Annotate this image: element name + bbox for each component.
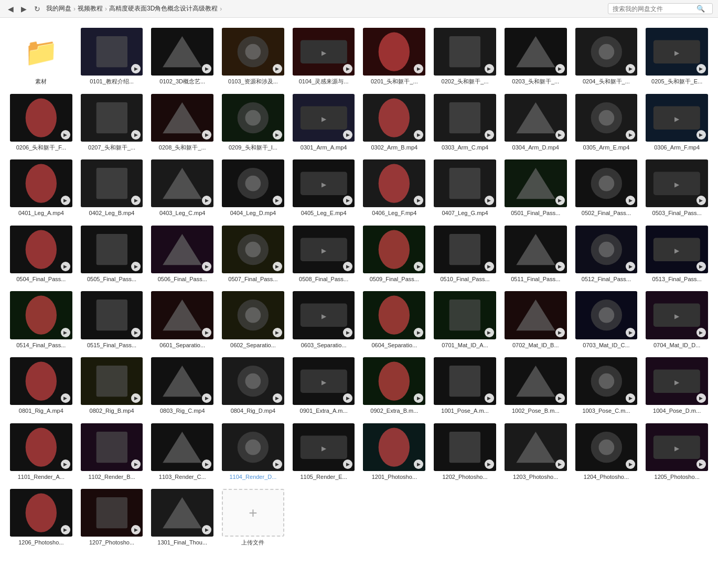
file-item-f0208[interactable]: ▶ 0208_头和躯干_... [149, 92, 216, 154]
play-button[interactable]: ▶ [555, 328, 565, 337]
file-item-f0512[interactable]: ▶ 0512_Final_Pass... [573, 223, 640, 285]
file-item-f1003[interactable]: ▶ 1003_Pose_C.m... [573, 355, 640, 417]
file-item-f0406[interactable]: ▶ 0406_Leg_F.mp4 [361, 157, 427, 219]
file-item-f0407[interactable]: ▶ 0407_Leg_G.mp4 [432, 157, 498, 219]
play-button[interactable]: ▶ [696, 130, 706, 140]
play-button[interactable]: ▶ [273, 64, 282, 73]
file-item-f0202[interactable]: ▶ 0202_头和躯干_... [432, 26, 498, 88]
file-item-f0506[interactable]: ▶ 0506_Final_Pass... [149, 223, 216, 285]
nav-refresh-button[interactable]: ↻ [31, 4, 43, 14]
play-button[interactable]: ▶ [485, 328, 494, 337]
file-item-f0404[interactable]: ▶ 0404_Leg_D.mp4 [220, 157, 286, 219]
file-item-f0514[interactable]: ▶ 0514_Final_Pass... [8, 289, 74, 351]
play-button[interactable]: ▶ [414, 459, 423, 469]
file-item-f0603[interactable]: ▶ ▶ 0603_Separatio... [291, 289, 357, 351]
file-item-f0203[interactable]: ▶ 0203_头和躯干_... [502, 26, 569, 88]
file-item-f1103[interactable]: ▶ 1103_Render_C... [149, 421, 216, 483]
play-button[interactable]: ▶ [61, 459, 70, 469]
play-button[interactable]: ▶ [414, 130, 423, 140]
file-item-f0601[interactable]: ▶ 0601_Separatio... [149, 289, 216, 351]
file-item-f0301[interactable]: ▶ ▶ 0301_Arm_A.mp4 [291, 92, 357, 154]
play-button[interactable]: ▶ [61, 262, 70, 271]
file-item-f0405[interactable]: ▶ ▶ 0405_Leg_E.mp4 [291, 157, 357, 219]
file-item-f1104[interactable]: ▶ 1104_Render_D... [220, 421, 286, 483]
play-button[interactable]: ▶ [202, 130, 211, 140]
play-button[interactable]: ▶ [555, 459, 565, 469]
play-button[interactable]: ▶ [555, 393, 565, 403]
play-button[interactable]: ▶ [273, 328, 282, 337]
file-item-f1301[interactable]: ▶ 1301_Final_Thou... [149, 487, 216, 549]
file-item-f0802[interactable]: ▶ 0802_Rig_B.mp4 [79, 355, 145, 417]
play-button[interactable]: ▶ [696, 459, 706, 469]
file-item-f0801[interactable]: ▶ 0801_Rig_A.mp4 [8, 355, 74, 417]
file-item-f1002[interactable]: ▶ 1002_Pose_B.m... [502, 355, 569, 417]
file-item-f0304[interactable]: ▶ 0304_Arm_D.mp4 [502, 92, 569, 154]
play-button[interactable]: ▶ [202, 328, 211, 337]
play-button[interactable]: ▶ [485, 262, 494, 271]
file-item-f0701[interactable]: ▶ 0701_Mat_ID_A... [432, 289, 498, 351]
file-item-f0507[interactable]: ▶ 0507_Final_Pass... [220, 223, 286, 285]
file-item-f0509[interactable]: ▶ 0509_Final_Pass... [361, 223, 427, 285]
file-item-f0508[interactable]: ▶ ▶ 0508_Final_Pass... [291, 223, 357, 285]
search-input[interactable] [613, 5, 696, 13]
play-button[interactable]: ▶ [555, 262, 565, 271]
file-item-upload[interactable]: + 上传文件 [220, 487, 286, 549]
file-item-f0104[interactable]: ▶ ▶ 0104_灵感来源与... [291, 26, 357, 88]
file-item-f1001[interactable]: ▶ 1001_Pose_A.m... [432, 355, 498, 417]
file-item-f0511[interactable]: ▶ 0511_Final_Pass... [502, 223, 569, 285]
file-item-f0101[interactable]: ▶ 0101_教程介绍... [79, 26, 145, 88]
file-item-f0403[interactable]: ▶ 0403_Leg_C.mp4 [149, 157, 216, 219]
file-item-f0502[interactable]: ▶ 0502_Final_Pass... [573, 157, 640, 219]
file-item-f0303[interactable]: ▶ 0303_Arm_C.mp4 [432, 92, 498, 154]
file-item-f0803[interactable]: ▶ 0803_Rig_C.mp4 [149, 355, 216, 417]
play-button[interactable]: ▶ [61, 393, 70, 403]
play-button[interactable]: ▶ [696, 328, 706, 337]
play-button[interactable]: ▶ [273, 393, 282, 403]
file-item-folder-sucai[interactable]: 📁 素材 [8, 26, 74, 88]
file-item-f0209[interactable]: ▶ 0209_头和躯干_I... [220, 92, 286, 154]
file-item-f0702[interactable]: ▶ 0702_Mat_ID_B... [502, 289, 569, 351]
file-item-f0804[interactable]: ▶ 0804_Rig_D.mp4 [220, 355, 286, 417]
play-button[interactable]: ▶ [555, 64, 565, 73]
play-button[interactable]: ▶ [414, 328, 423, 337]
play-button[interactable]: ▶ [555, 196, 565, 205]
file-item-f1204[interactable]: ▶ 1204_Photosho... [573, 421, 640, 483]
file-item-f0504[interactable]: ▶ 0504_Final_Pass... [8, 223, 74, 285]
play-button[interactable]: ▶ [273, 130, 282, 140]
file-item-f1201[interactable]: ▶ 1201_Photosho... [361, 421, 427, 483]
file-item-f0206[interactable]: ▶ 0206_头和躯干_F... [8, 92, 74, 154]
play-button[interactable]: ▶ [485, 130, 494, 140]
file-item-f1207[interactable]: ▶ 1207_Photosho... [79, 487, 145, 549]
file-item-f0201[interactable]: ▶ 0201_头和躯干_... [361, 26, 427, 88]
file-item-f1205[interactable]: ▶ ▶ 1205_Photosho... [644, 421, 710, 483]
file-item-f1206[interactable]: ▶ 1206_Photosho... [8, 487, 74, 549]
file-item-f0501[interactable]: ▶ 0501_Final_Pass... [502, 157, 569, 219]
play-button[interactable]: ▶ [202, 459, 211, 469]
play-button[interactable]: ▶ [485, 459, 494, 469]
file-item-f0503[interactable]: ▶ ▶ 0503_Final_Pass... [644, 157, 710, 219]
file-item-f0306[interactable]: ▶ ▶ 0306_Arm_F.mp4 [644, 92, 710, 154]
file-item-f0401[interactable]: ▶ 0401_Leg_A.mp4 [8, 157, 74, 219]
file-item-f0510[interactable]: ▶ 0510_Final_Pass... [432, 223, 498, 285]
file-item-f0305[interactable]: ▶ 0305_Arm_E.mp4 [573, 92, 640, 154]
play-button[interactable]: ▶ [61, 130, 70, 140]
play-button[interactable]: ▶ [61, 328, 70, 337]
file-item-f1105[interactable]: ▶ ▶ 1105_Render_E... [291, 421, 357, 483]
breadcrumb-home[interactable]: 我的网盘 [46, 4, 71, 13]
file-item-f0513[interactable]: ▶ ▶ 0513_Final_Pass... [644, 223, 710, 285]
file-item-f0602[interactable]: ▶ 0602_Separatio... [220, 289, 286, 351]
file-item-f0102[interactable]: ▶ 0102_3D概念艺... [149, 26, 216, 88]
file-item-f0207[interactable]: ▶ 0207_头和躯干_... [79, 92, 145, 154]
file-item-f1101[interactable]: ▶ 1101_Render_A... [8, 421, 74, 483]
file-item-f0302[interactable]: ▶ 0302_Arm_B.mp4 [361, 92, 427, 154]
file-item-f0901[interactable]: ▶ ▶ 0901_Extra_A.m... [291, 355, 357, 417]
nav-back-button[interactable]: ◀ [5, 4, 16, 14]
file-item-f0902[interactable]: ▶ 0902_Extra_B.m... [361, 355, 427, 417]
play-button[interactable]: ▶ [131, 328, 141, 337]
file-item-f0205[interactable]: ▶ ▶ 0205_头和躯干_E... [644, 26, 710, 88]
play-button[interactable]: ▶ [696, 262, 706, 271]
play-button[interactable]: ▶ [273, 459, 282, 469]
breadcrumb-course[interactable]: 高精度硬表面3D角色概念设计高级教程 [109, 4, 218, 13]
file-item-f0515[interactable]: ▶ 0515_Final_Pass... [79, 289, 145, 351]
play-button[interactable]: ▶ [626, 328, 635, 337]
